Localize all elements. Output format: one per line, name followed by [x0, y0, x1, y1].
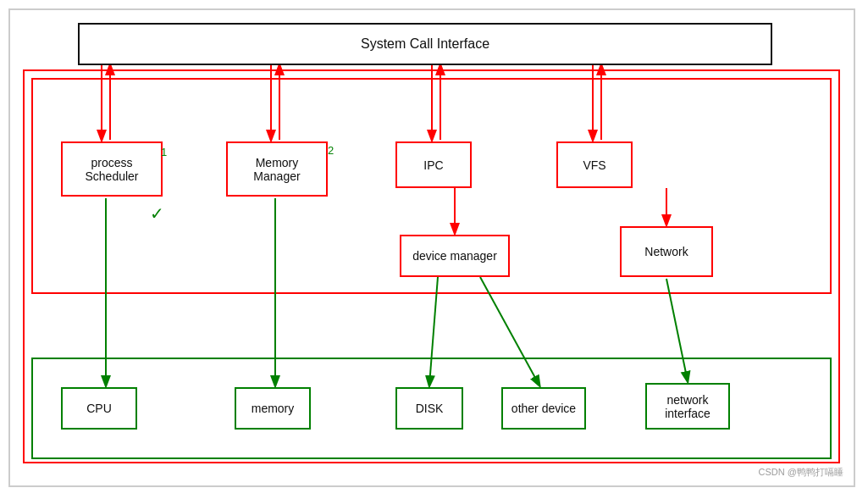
annotation-checkmark: ✓ [150, 203, 164, 224]
other-device-label: other device [511, 402, 576, 415]
other-device-box: other device [501, 387, 586, 430]
vfs-label: VFS [583, 158, 605, 172]
ipc-label: IPC [423, 158, 443, 172]
vfs-box: VFS [556, 141, 633, 188]
memory-box: memory [235, 387, 311, 430]
annotation-num1: 1 [161, 146, 167, 158]
process-scheduler-box: processScheduler [61, 141, 163, 197]
network-label: Network [644, 245, 688, 258]
cpu-label: CPU [86, 402, 112, 415]
memory-manager-box: MemoryManager [226, 141, 328, 197]
network-interface-label: networkinterface [665, 393, 710, 420]
syscall-box: System Call Interface [78, 23, 772, 65]
ipc-box: IPC [395, 141, 472, 188]
annotation-num2: 2 [328, 144, 334, 157]
cpu-box: CPU [61, 387, 137, 430]
disk-box: DISK [395, 387, 463, 430]
process-scheduler-label: processScheduler [85, 156, 138, 183]
memory-manager-label: MemoryManager [253, 156, 300, 183]
watermark: CSDN @鸭鸭打嗝睡 [759, 466, 843, 479]
device-manager-box: device manager [400, 235, 510, 277]
network-box: Network [620, 226, 713, 277]
diagram-container: System Call Interface processScheduler M… [8, 8, 855, 487]
disk-label: DISK [416, 402, 444, 415]
syscall-label: System Call Interface [361, 36, 489, 52]
network-interface-box: networkinterface [645, 383, 730, 430]
memory-label: memory [252, 402, 295, 415]
device-manager-label: device manager [412, 249, 497, 263]
